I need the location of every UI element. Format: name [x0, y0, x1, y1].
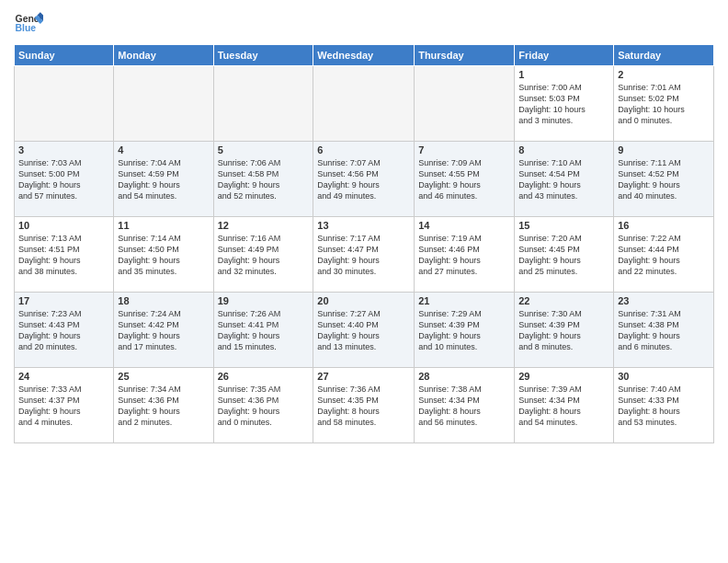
- logo-icon: General Blue: [14, 9, 43, 39]
- weekday-header: Monday: [114, 45, 213, 66]
- day-info: Sunrise: 7:13 AM Sunset: 4:51 PM Dayligh…: [18, 233, 109, 278]
- day-info: Sunrise: 7:23 AM Sunset: 4:43 PM Dayligh…: [18, 308, 109, 353]
- day-number: 19: [218, 295, 310, 306]
- day-number: 22: [518, 295, 609, 306]
- day-info: Sunrise: 7:03 AM Sunset: 5:00 PM Dayligh…: [18, 157, 109, 202]
- day-info: Sunrise: 7:35 AM Sunset: 4:36 PM Dayligh…: [218, 384, 310, 429]
- calendar-table: SundayMondayTuesdayWednesdayThursdayFrid…: [14, 44, 714, 443]
- day-number: 28: [418, 371, 510, 382]
- calendar-cell: 7Sunrise: 7:09 AM Sunset: 4:55 PM Daylig…: [415, 142, 515, 217]
- calendar-cell: [313, 66, 415, 142]
- day-info: Sunrise: 7:31 AM Sunset: 4:38 PM Dayligh…: [618, 308, 710, 353]
- day-info: Sunrise: 7:10 AM Sunset: 4:54 PM Dayligh…: [518, 157, 609, 202]
- day-info: Sunrise: 7:09 AM Sunset: 4:55 PM Dayligh…: [418, 157, 510, 202]
- day-number: 13: [317, 220, 410, 231]
- day-info: Sunrise: 7:36 AM Sunset: 4:35 PM Dayligh…: [317, 384, 410, 429]
- calendar-cell: [213, 66, 313, 142]
- day-number: 15: [518, 220, 609, 231]
- day-info: Sunrise: 7:17 AM Sunset: 4:47 PM Dayligh…: [317, 233, 410, 278]
- calendar-cell: 15Sunrise: 7:20 AM Sunset: 4:45 PM Dayli…: [515, 217, 614, 293]
- calendar-week-row: 17Sunrise: 7:23 AM Sunset: 4:43 PM Dayli…: [15, 293, 714, 368]
- weekday-header: Saturday: [614, 45, 714, 66]
- calendar-cell: 18Sunrise: 7:24 AM Sunset: 4:42 PM Dayli…: [114, 293, 213, 368]
- weekday-header: Thursday: [415, 45, 515, 66]
- day-number: 16: [618, 220, 710, 231]
- calendar-cell: 21Sunrise: 7:29 AM Sunset: 4:39 PM Dayli…: [415, 293, 515, 368]
- calendar-cell: 26Sunrise: 7:35 AM Sunset: 4:36 PM Dayli…: [213, 368, 313, 443]
- day-number: 20: [317, 295, 410, 306]
- day-info: Sunrise: 7:14 AM Sunset: 4:50 PM Dayligh…: [118, 233, 209, 278]
- day-number: 18: [118, 295, 209, 306]
- day-number: 6: [317, 144, 410, 155]
- calendar-cell: 28Sunrise: 7:38 AM Sunset: 4:34 PM Dayli…: [415, 368, 515, 443]
- calendar-cell: 13Sunrise: 7:17 AM Sunset: 4:47 PM Dayli…: [313, 217, 415, 293]
- weekday-header: Friday: [515, 45, 614, 66]
- day-number: 2: [618, 69, 710, 80]
- calendar-week-row: 1Sunrise: 7:00 AM Sunset: 5:03 PM Daylig…: [15, 66, 714, 142]
- day-info: Sunrise: 7:16 AM Sunset: 4:49 PM Dayligh…: [218, 233, 310, 278]
- day-number: 1: [518, 69, 609, 80]
- day-info: Sunrise: 7:01 AM Sunset: 5:02 PM Dayligh…: [618, 82, 710, 127]
- day-number: 10: [18, 220, 109, 231]
- day-number: 4: [118, 144, 209, 155]
- day-number: 7: [418, 144, 510, 155]
- weekday-header: Wednesday: [313, 45, 415, 66]
- calendar-cell: [415, 66, 515, 142]
- calendar-week-row: 3Sunrise: 7:03 AM Sunset: 5:00 PM Daylig…: [15, 142, 714, 217]
- calendar-cell: 25Sunrise: 7:34 AM Sunset: 4:36 PM Dayli…: [114, 368, 213, 443]
- day-info: Sunrise: 7:20 AM Sunset: 4:45 PM Dayligh…: [518, 233, 609, 278]
- header: General Blue: [14, 9, 714, 39]
- calendar-cell: 19Sunrise: 7:26 AM Sunset: 4:41 PM Dayli…: [213, 293, 313, 368]
- calendar-cell: 29Sunrise: 7:39 AM Sunset: 4:34 PM Dayli…: [515, 368, 614, 443]
- calendar-cell: 6Sunrise: 7:07 AM Sunset: 4:56 PM Daylig…: [313, 142, 415, 217]
- calendar-cell: [114, 66, 213, 142]
- calendar-header-row: SundayMondayTuesdayWednesdayThursdayFrid…: [15, 45, 714, 66]
- day-number: 12: [218, 220, 310, 231]
- day-info: Sunrise: 7:27 AM Sunset: 4:40 PM Dayligh…: [317, 308, 410, 353]
- day-info: Sunrise: 7:33 AM Sunset: 4:37 PM Dayligh…: [18, 384, 109, 429]
- calendar-cell: 11Sunrise: 7:14 AM Sunset: 4:50 PM Dayli…: [114, 217, 213, 293]
- page-container: General Blue SundayMondayTuesdayWednesda…: [0, 0, 728, 448]
- day-number: 24: [18, 371, 109, 382]
- calendar-cell: 27Sunrise: 7:36 AM Sunset: 4:35 PM Dayli…: [313, 368, 415, 443]
- day-number: 26: [218, 371, 310, 382]
- calendar-cell: 17Sunrise: 7:23 AM Sunset: 4:43 PM Dayli…: [15, 293, 114, 368]
- logo: General Blue: [14, 9, 43, 39]
- day-number: 30: [618, 371, 710, 382]
- calendar-cell: 24Sunrise: 7:33 AM Sunset: 4:37 PM Dayli…: [15, 368, 114, 443]
- day-number: 17: [18, 295, 109, 306]
- calendar-cell: 2Sunrise: 7:01 AM Sunset: 5:02 PM Daylig…: [614, 66, 714, 142]
- day-number: 9: [618, 144, 710, 155]
- day-info: Sunrise: 7:04 AM Sunset: 4:59 PM Dayligh…: [118, 157, 209, 202]
- calendar-cell: 8Sunrise: 7:10 AM Sunset: 4:54 PM Daylig…: [515, 142, 614, 217]
- day-number: 25: [118, 371, 209, 382]
- day-info: Sunrise: 7:30 AM Sunset: 4:39 PM Dayligh…: [518, 308, 609, 353]
- calendar-cell: 10Sunrise: 7:13 AM Sunset: 4:51 PM Dayli…: [15, 217, 114, 293]
- day-number: 23: [618, 295, 710, 306]
- day-info: Sunrise: 7:38 AM Sunset: 4:34 PM Dayligh…: [418, 384, 510, 429]
- day-info: Sunrise: 7:26 AM Sunset: 4:41 PM Dayligh…: [218, 308, 310, 353]
- calendar-cell: 1Sunrise: 7:00 AM Sunset: 5:03 PM Daylig…: [515, 66, 614, 142]
- day-info: Sunrise: 7:39 AM Sunset: 4:34 PM Dayligh…: [518, 384, 609, 429]
- day-number: 29: [518, 371, 609, 382]
- calendar-cell: 20Sunrise: 7:27 AM Sunset: 4:40 PM Dayli…: [313, 293, 415, 368]
- calendar-week-row: 24Sunrise: 7:33 AM Sunset: 4:37 PM Dayli…: [15, 368, 714, 443]
- calendar-cell: 30Sunrise: 7:40 AM Sunset: 4:33 PM Dayli…: [614, 368, 714, 443]
- day-info: Sunrise: 7:24 AM Sunset: 4:42 PM Dayligh…: [118, 308, 209, 353]
- day-number: 14: [418, 220, 510, 231]
- day-number: 27: [317, 371, 410, 382]
- day-number: 21: [418, 295, 510, 306]
- calendar-cell: 9Sunrise: 7:11 AM Sunset: 4:52 PM Daylig…: [614, 142, 714, 217]
- day-info: Sunrise: 7:00 AM Sunset: 5:03 PM Dayligh…: [518, 82, 609, 127]
- calendar-cell: 12Sunrise: 7:16 AM Sunset: 4:49 PM Dayli…: [213, 217, 313, 293]
- day-info: Sunrise: 7:07 AM Sunset: 4:56 PM Dayligh…: [317, 157, 410, 202]
- day-info: Sunrise: 7:06 AM Sunset: 4:58 PM Dayligh…: [218, 157, 310, 202]
- weekday-header: Sunday: [15, 45, 114, 66]
- day-number: 8: [518, 144, 609, 155]
- day-number: 3: [18, 144, 109, 155]
- day-info: Sunrise: 7:11 AM Sunset: 4:52 PM Dayligh…: [618, 157, 710, 202]
- day-info: Sunrise: 7:29 AM Sunset: 4:39 PM Dayligh…: [418, 308, 510, 353]
- day-info: Sunrise: 7:34 AM Sunset: 4:36 PM Dayligh…: [118, 384, 209, 429]
- calendar-cell: 23Sunrise: 7:31 AM Sunset: 4:38 PM Dayli…: [614, 293, 714, 368]
- calendar-cell: 5Sunrise: 7:06 AM Sunset: 4:58 PM Daylig…: [213, 142, 313, 217]
